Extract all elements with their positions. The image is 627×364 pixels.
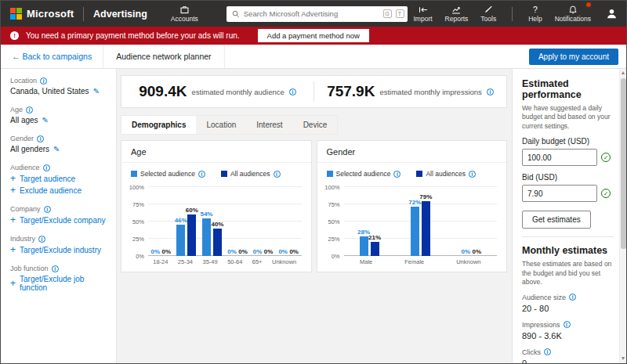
bar-value-label: 21% xyxy=(368,234,381,241)
metric-label: Impressionsi xyxy=(522,321,614,329)
bar-selected-audience[interactable] xyxy=(202,218,211,256)
scrollbar-thumb[interactable] xyxy=(621,78,626,249)
get-estimates-button[interactable]: Get estimates xyxy=(522,211,591,229)
add-target-exclude-job-function-link[interactable]: +Target/Exclude job function xyxy=(10,275,110,292)
tools-button[interactable]: Tools xyxy=(474,3,502,24)
info-icon[interactable]: i xyxy=(44,206,51,213)
bar-wrap: 0% xyxy=(151,187,160,256)
sidebar-section-label: Locationi xyxy=(10,77,110,85)
info-icon[interactable]: i xyxy=(40,77,47,85)
search-input[interactable] xyxy=(244,9,379,18)
info-icon[interactable]: i xyxy=(564,321,571,328)
add-target-exclude-industry-link[interactable]: +Target/Exclude industry xyxy=(10,245,110,254)
info-icon[interactable]: i xyxy=(289,88,296,96)
impressions-value: 757.9K xyxy=(327,83,375,100)
help-button[interactable]: ? Help xyxy=(522,3,548,24)
scroll-down-icon[interactable]: ▼ xyxy=(621,355,626,362)
info-icon[interactable]: i xyxy=(544,348,551,355)
info-icon[interactable]: i xyxy=(393,171,400,178)
notifications-button[interactable]: Notifications xyxy=(549,3,597,24)
section-value-text: All ages xyxy=(10,116,38,124)
bar-value-label: 0% xyxy=(253,248,263,255)
gender-chart-card: GenderSelected audienceiAll audiencesi0%… xyxy=(317,140,508,272)
tab-demographics[interactable]: Demographics xyxy=(121,116,196,134)
y-tick-label: 100% xyxy=(129,184,144,191)
bar-wrap: 0% xyxy=(279,187,288,256)
microsoft-logo[interactable]: Microsoft xyxy=(10,8,74,20)
divider xyxy=(522,236,614,237)
bar-wrap: 79% xyxy=(422,187,430,256)
plot-outer: 28%21%72%79%0%0%MaleFemaleUnknown xyxy=(344,187,498,272)
info-icon[interactable]: i xyxy=(198,171,205,178)
info-icon[interactable]: i xyxy=(569,294,576,301)
bar-all-audiences[interactable] xyxy=(422,201,430,256)
bar-wrap: 0% xyxy=(264,187,273,256)
apply-to-account-button[interactable]: Apply to my account xyxy=(529,49,618,65)
bar-selected-audience[interactable] xyxy=(360,236,368,256)
metric-audience-size: Audience sizei20 - 80 xyxy=(522,294,614,313)
person-icon xyxy=(605,7,618,20)
main-area: 909.4K estimated monthly audience i 757.… xyxy=(117,69,512,363)
plot-area: 0%0%46%60%54%40%0%0%0%0%0%0% xyxy=(148,187,302,256)
x-tick-label: Male xyxy=(360,258,372,265)
bar-wrap: 28% xyxy=(360,187,368,256)
metric-label-text: Audience size xyxy=(522,294,566,301)
info-icon[interactable]: i xyxy=(274,171,281,178)
edit-icon[interactable]: ✎ xyxy=(93,87,100,96)
add-exclude-audience-link[interactable]: +Exclude audience xyxy=(10,186,110,195)
bar-all-audiences[interactable] xyxy=(371,242,379,256)
metric-impressions: Impressionsi890 - 3.6K xyxy=(522,321,614,341)
info-icon[interactable]: i xyxy=(38,236,45,243)
notifications-label: Notifications xyxy=(555,16,591,23)
bar-all-audiences[interactable] xyxy=(213,229,222,256)
user-avatar[interactable] xyxy=(605,7,618,20)
info-icon[interactable]: i xyxy=(43,164,50,171)
bar-wrap: 54% xyxy=(202,187,211,256)
add-target-exclude-company-link[interactable]: +Target/Exclude company xyxy=(10,215,110,225)
topbar-actions: Import Reports Tools ? Help Notification… xyxy=(408,3,619,24)
import-button[interactable]: Import xyxy=(408,3,439,24)
daily-budget-input[interactable] xyxy=(522,149,597,166)
bar-selected-audience[interactable] xyxy=(176,225,185,256)
bar-wrap: 0% xyxy=(239,187,248,256)
scroll-up-icon[interactable]: ▲ xyxy=(621,69,626,77)
reports-button[interactable]: Reports xyxy=(439,3,475,24)
info-icon[interactable]: i xyxy=(469,171,476,178)
reports-label: Reports xyxy=(445,16,469,23)
plus-icon: + xyxy=(10,215,16,225)
bar-group-25-34: 46%60% xyxy=(176,187,196,256)
info-icon[interactable]: i xyxy=(52,265,59,272)
add-payment-method-button[interactable]: Add a payment method now xyxy=(258,29,369,42)
edit-icon[interactable]: ✎ xyxy=(42,116,49,124)
x-tick-label: Unknown xyxy=(272,258,296,265)
x-tick-label: 35-49 xyxy=(203,258,218,265)
bar-selected-audience[interactable] xyxy=(411,207,419,256)
tab-interest[interactable]: Interest xyxy=(246,116,292,134)
monthly-metrics-list: Audience sizei20 - 80Impressionsi890 - 3… xyxy=(522,294,614,363)
add-target-audience-link[interactable]: +Target audience xyxy=(10,174,110,183)
tab-device[interactable]: Device xyxy=(293,116,338,134)
accounts-menu[interactable]: Accounts xyxy=(165,3,205,24)
tab-location[interactable]: Location xyxy=(196,116,246,134)
bar-group-unknown: 0%0% xyxy=(279,187,299,256)
x-tick-label: Female xyxy=(404,258,424,265)
info-icon[interactable]: i xyxy=(487,88,494,96)
legend-label: Selected audience xyxy=(336,170,391,178)
search-box: G T xyxy=(227,6,408,22)
alert-message: You need a primary payment method before… xyxy=(26,31,240,40)
product-name[interactable]: Advertising xyxy=(93,9,147,20)
legend-swatch xyxy=(131,171,137,177)
bar-all-audiences[interactable] xyxy=(187,214,196,256)
info-icon[interactable]: i xyxy=(37,135,44,142)
divider xyxy=(83,7,84,21)
bid-input[interactable] xyxy=(522,185,597,202)
age-chart-card: AgeSelected audienceiAll audiencesi0%25%… xyxy=(121,140,312,272)
back-to-campaigns-link[interactable]: ← Back to campaigns xyxy=(1,52,103,61)
panel-scrollbar[interactable]: ▲ ▼ xyxy=(619,69,626,363)
info-icon[interactable]: i xyxy=(26,106,33,114)
y-tick-label: 75% xyxy=(132,201,144,208)
metric-label-text: Impressions xyxy=(522,321,560,329)
y-tick-label: 25% xyxy=(328,236,339,243)
sidebar-section-industry: Industryi+Target/Exclude industry xyxy=(10,235,110,254)
edit-icon[interactable]: ✎ xyxy=(53,145,60,153)
